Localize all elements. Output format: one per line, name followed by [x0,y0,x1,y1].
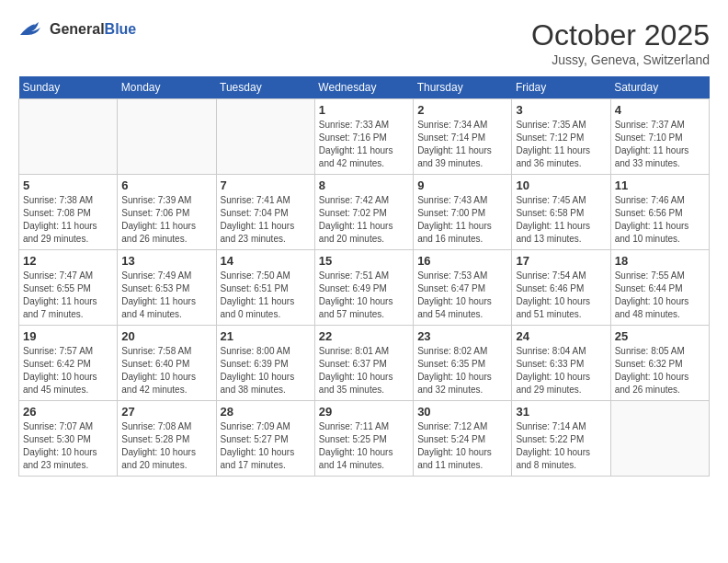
week-row-2: 5Sunrise: 7:38 AM Sunset: 7:08 PM Daylig… [19,175,710,250]
day-cell: 15Sunrise: 7:51 AM Sunset: 6:49 PM Dayli… [314,250,413,326]
day-cell [610,401,709,477]
day-number: 17 [516,254,606,268]
day-cell: 23Sunrise: 8:02 AM Sunset: 6:35 PM Dayli… [414,326,512,401]
day-cell: 11Sunrise: 7:46 AM Sunset: 6:56 PM Dayli… [610,175,709,250]
day-cell [19,99,118,175]
day-number: 21 [221,329,311,343]
logo: GeneralBlue [18,18,136,40]
day-cell: 13Sunrise: 7:49 AM Sunset: 6:53 PM Dayli… [118,250,216,326]
day-info: Sunrise: 7:41 AM Sunset: 7:04 PM Dayligh… [221,194,311,246]
day-info: Sunrise: 7:53 AM Sunset: 6:47 PM Dayligh… [417,270,507,321]
day-info: Sunrise: 7:55 AM Sunset: 6:44 PM Dayligh… [615,270,705,321]
day-cell: 8Sunrise: 7:42 AM Sunset: 7:02 PM Daylig… [314,175,413,250]
day-cell: 16Sunrise: 7:53 AM Sunset: 6:47 PM Dayli… [414,250,512,326]
day-info: Sunrise: 8:01 AM Sunset: 6:37 PM Dayligh… [319,345,409,396]
day-number: 7 [221,178,311,192]
logo-text: GeneralBlue [50,21,136,38]
day-cell: 9Sunrise: 7:43 AM Sunset: 7:00 PM Daylig… [414,175,512,250]
page-header: GeneralBlue October 2025 Jussy, Geneva, … [18,18,710,67]
day-cell: 27Sunrise: 7:08 AM Sunset: 5:28 PM Dayli… [118,401,216,477]
week-row-3: 12Sunrise: 7:47 AM Sunset: 6:55 PM Dayli… [19,250,710,326]
day-info: Sunrise: 7:07 AM Sunset: 5:30 PM Dayligh… [23,420,113,472]
day-info: Sunrise: 7:38 AM Sunset: 7:08 PM Dayligh… [23,194,113,246]
day-info: Sunrise: 7:51 AM Sunset: 6:49 PM Dayligh… [319,270,409,321]
day-number: 9 [417,178,507,192]
day-cell: 26Sunrise: 7:07 AM Sunset: 5:30 PM Dayli… [19,401,118,477]
day-cell: 14Sunrise: 7:50 AM Sunset: 6:51 PM Dayli… [216,250,314,326]
day-info: Sunrise: 7:45 AM Sunset: 6:58 PM Dayligh… [516,194,606,246]
day-info: Sunrise: 8:00 AM Sunset: 6:39 PM Dayligh… [221,345,311,396]
title-block: October 2025 Jussy, Geneva, Switzerland [531,18,710,67]
day-number: 3 [516,103,606,117]
day-number: 5 [23,178,113,192]
day-number: 30 [417,405,507,419]
day-number: 13 [121,254,211,268]
day-number: 22 [319,329,409,343]
day-cell: 6Sunrise: 7:39 AM Sunset: 7:06 PM Daylig… [118,175,216,250]
week-row-1: 1Sunrise: 7:33 AM Sunset: 7:16 PM Daylig… [19,99,710,175]
day-cell: 29Sunrise: 7:11 AM Sunset: 5:25 PM Dayli… [314,401,413,477]
day-cell: 7Sunrise: 7:41 AM Sunset: 7:04 PM Daylig… [216,175,314,250]
day-cell: 21Sunrise: 8:00 AM Sunset: 6:39 PM Dayli… [216,326,314,401]
weekday-header-wednesday: Wednesday [314,76,413,99]
weekday-header-sunday: Sunday [19,76,118,99]
day-info: Sunrise: 7:37 AM Sunset: 7:10 PM Dayligh… [615,119,705,170]
day-info: Sunrise: 7:14 AM Sunset: 5:22 PM Dayligh… [516,420,606,472]
day-info: Sunrise: 8:04 AM Sunset: 6:33 PM Dayligh… [516,345,606,396]
day-cell: 28Sunrise: 7:09 AM Sunset: 5:27 PM Dayli… [216,401,314,477]
day-number: 1 [319,103,409,117]
day-info: Sunrise: 7:57 AM Sunset: 6:42 PM Dayligh… [23,345,113,396]
day-cell: 22Sunrise: 8:01 AM Sunset: 6:37 PM Dayli… [314,326,413,401]
day-cell [118,99,216,175]
weekday-header-tuesday: Tuesday [216,76,314,99]
day-number: 12 [23,254,113,268]
weekday-header-row: SundayMondayTuesdayWednesdayThursdayFrid… [19,76,710,99]
day-cell: 20Sunrise: 7:58 AM Sunset: 6:40 PM Dayli… [118,326,216,401]
calendar-table: SundayMondayTuesdayWednesdayThursdayFrid… [18,76,710,477]
day-cell: 24Sunrise: 8:04 AM Sunset: 6:33 PM Dayli… [512,326,610,401]
location-subtitle: Jussy, Geneva, Switzerland [531,52,710,67]
day-number: 15 [319,254,409,268]
day-number: 28 [221,405,311,419]
day-cell: 18Sunrise: 7:55 AM Sunset: 6:44 PM Dayli… [610,250,709,326]
day-info: Sunrise: 7:39 AM Sunset: 7:06 PM Dayligh… [121,194,211,246]
day-info: Sunrise: 7:54 AM Sunset: 6:46 PM Dayligh… [516,270,606,321]
day-info: Sunrise: 7:42 AM Sunset: 7:02 PM Dayligh… [319,194,409,246]
day-number: 25 [615,329,705,343]
day-info: Sunrise: 7:43 AM Sunset: 7:00 PM Dayligh… [417,194,507,246]
day-cell: 3Sunrise: 7:35 AM Sunset: 7:12 PM Daylig… [512,99,610,175]
day-info: Sunrise: 7:58 AM Sunset: 6:40 PM Dayligh… [121,345,211,396]
day-info: Sunrise: 8:05 AM Sunset: 6:32 PM Dayligh… [615,345,705,396]
day-cell: 4Sunrise: 7:37 AM Sunset: 7:10 PM Daylig… [610,99,709,175]
day-info: Sunrise: 7:46 AM Sunset: 6:56 PM Dayligh… [615,194,705,246]
day-info: Sunrise: 7:34 AM Sunset: 7:14 PM Dayligh… [417,119,507,170]
day-number: 8 [319,178,409,192]
day-info: Sunrise: 7:33 AM Sunset: 7:16 PM Dayligh… [319,119,409,170]
day-number: 2 [417,103,507,117]
day-info: Sunrise: 7:12 AM Sunset: 5:24 PM Dayligh… [417,420,507,472]
day-number: 10 [516,178,606,192]
day-info: Sunrise: 7:47 AM Sunset: 6:55 PM Dayligh… [23,270,113,321]
day-cell: 17Sunrise: 7:54 AM Sunset: 6:46 PM Dayli… [512,250,610,326]
day-number: 18 [615,254,705,268]
day-number: 14 [221,254,311,268]
day-info: Sunrise: 7:08 AM Sunset: 5:28 PM Dayligh… [121,420,211,472]
day-info: Sunrise: 7:50 AM Sunset: 6:51 PM Dayligh… [221,270,311,321]
day-number: 16 [417,254,507,268]
day-info: Sunrise: 7:11 AM Sunset: 5:25 PM Dayligh… [319,420,409,472]
month-title: October 2025 [531,18,710,52]
day-cell: 25Sunrise: 8:05 AM Sunset: 6:32 PM Dayli… [610,326,709,401]
day-cell: 1Sunrise: 7:33 AM Sunset: 7:16 PM Daylig… [314,99,413,175]
day-number: 19 [23,329,113,343]
weekday-header-monday: Monday [118,76,216,99]
weekday-header-thursday: Thursday [414,76,512,99]
day-info: Sunrise: 7:35 AM Sunset: 7:12 PM Dayligh… [516,119,606,170]
weekday-header-saturday: Saturday [610,76,709,99]
day-cell [216,99,314,175]
week-row-5: 26Sunrise: 7:07 AM Sunset: 5:30 PM Dayli… [19,401,710,477]
week-row-4: 19Sunrise: 7:57 AM Sunset: 6:42 PM Dayli… [19,326,710,401]
day-info: Sunrise: 7:09 AM Sunset: 5:27 PM Dayligh… [221,420,311,472]
day-cell: 10Sunrise: 7:45 AM Sunset: 6:58 PM Dayli… [512,175,610,250]
day-cell: 31Sunrise: 7:14 AM Sunset: 5:22 PM Dayli… [512,401,610,477]
day-info: Sunrise: 7:49 AM Sunset: 6:53 PM Dayligh… [121,270,211,321]
